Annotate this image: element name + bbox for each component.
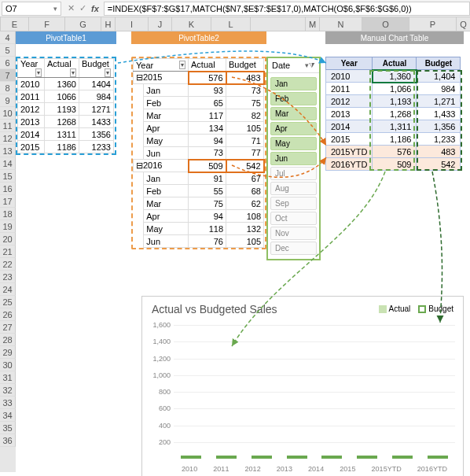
row-headers: 4567891011121314151617181920212223242526… [0, 31, 16, 472]
row-header-12[interactable]: 12 [0, 132, 16, 145]
slicer-item-aug[interactable]: Aug [270, 182, 317, 195]
col-header-O[interactable]: O [362, 17, 409, 31]
col-header-G[interactable]: G [65, 17, 101, 31]
manual-band: Manual Chart Table [325, 31, 464, 44]
date-slicer[interactable]: Date ▾⧩ JanFebMarAprMayJunJulAugSepOctNo… [266, 57, 321, 260]
row-header-26[interactable]: 26 [0, 308, 16, 321]
col-header-Q[interactable]: Q [457, 17, 470, 31]
row-header-25[interactable]: 25 [0, 296, 16, 308]
fx-icon[interactable]: fx [91, 4, 99, 13]
col-header-J[interactable]: J [149, 17, 172, 31]
col-header-P[interactable]: P [409, 17, 457, 31]
slicer-item-jan[interactable]: Jan [270, 77, 317, 90]
col-header-F[interactable]: F [29, 17, 65, 31]
row-header-28[interactable]: 28 [0, 334, 16, 346]
row-header-16[interactable]: 16 [0, 183, 16, 195]
col-header-I[interactable]: I [116, 17, 149, 31]
row-header-36[interactable]: 36 [0, 434, 16, 447]
row-header-33[interactable]: 33 [0, 397, 16, 409]
slicer-item-sep[interactable]: Sep [270, 197, 317, 210]
row-header-21[interactable]: 21 [0, 245, 16, 258]
row-header-30[interactable]: 30 [0, 359, 16, 371]
row-header-18[interactable]: 18 [0, 208, 16, 220]
col-header-H[interactable]: H [101, 17, 116, 31]
formula-icons: ✕ ✓ fx [63, 3, 104, 13]
row-header-24[interactable]: 24 [0, 283, 16, 296]
legend-budget: Budget [418, 304, 453, 313]
chart-plot-area: 2004006008001,0001,2001,4001,600 [174, 325, 455, 459]
filter-icon[interactable]: ▾⧩ [305, 61, 315, 70]
slicer-item-oct[interactable]: Oct [270, 212, 317, 225]
slicer-item-feb[interactable]: Feb [270, 92, 317, 105]
row-header-4[interactable]: 4 [0, 31, 16, 44]
col-header-[interactable] [251, 17, 306, 31]
manual-chart-table: YearActualBudget20101,3601,40420111,0669… [325, 57, 461, 171]
pivottable2: Year▾ActualBudget⊟2015576483Jan9373Feb65… [131, 57, 266, 249]
pivot2-band: PivotTable2 [131, 31, 266, 44]
slicer-item-jul[interactable]: Jul [270, 167, 317, 180]
accept-icon[interactable]: ✓ [79, 3, 86, 13]
cancel-icon[interactable]: ✕ [68, 3, 75, 13]
col-header-L[interactable]: L [211, 17, 251, 31]
row-header-35[interactable]: 35 [0, 422, 16, 434]
row-header-11[interactable]: 11 [0, 120, 16, 132]
row-header-27[interactable]: 27 [0, 321, 16, 334]
row-header-15[interactable]: 15 [0, 170, 16, 183]
row-header-32[interactable]: 32 [0, 384, 16, 397]
row-header-17[interactable]: 17 [0, 195, 16, 208]
row-header-6[interactable]: 6 [0, 57, 16, 69]
cells-area[interactable]: PivotTable1 PivotTable2 Manual Chart Tab… [16, 31, 470, 472]
slicer-item-apr[interactable]: Apr [270, 122, 317, 135]
row-header-9[interactable]: 9 [0, 94, 16, 107]
formula-text: =INDEX($F$7:$G$17,MATCH($N7,$E$7:$E$17,0… [108, 4, 412, 13]
row-header-29[interactable]: 29 [0, 346, 16, 359]
chart-x-labels: 2010201120122013201420152015YTD2016YTD [174, 465, 455, 473]
col-header-N[interactable]: N [320, 17, 362, 31]
row-header-8[interactable]: 8 [0, 82, 16, 94]
row-header-31[interactable]: 31 [0, 371, 16, 384]
pivot1-band: PivotTable1 [16, 31, 116, 44]
name-box[interactable]: O7 ▾ [2, 2, 61, 16]
row-header-22[interactable]: 22 [0, 258, 16, 271]
column-headers: EFGHIJKL MNOPQ [0, 17, 470, 31]
row-header-34[interactable]: 34 [0, 409, 16, 422]
col-header-E[interactable]: E [1, 17, 29, 31]
slicer-title: Date [272, 61, 290, 70]
row-header-20[interactable]: 20 [0, 233, 16, 245]
col-header-M[interactable]: M [306, 17, 320, 31]
legend-actual: Actual [379, 304, 411, 313]
formula-bar: O7 ▾ ✕ ✓ fx =INDEX($F$7:$G$17,MATCH($N7,… [0, 0, 470, 17]
slicer-item-may[interactable]: May [270, 137, 317, 150]
row-header-23[interactable]: 23 [0, 271, 16, 283]
pivottable1: Year▾Actual▾Budget▾201013601404201110669… [16, 57, 116, 155]
row-header-13[interactable]: 13 [0, 145, 16, 157]
slicer-item-nov[interactable]: Nov [270, 227, 317, 240]
chart-legend: Actual Budget [379, 304, 454, 313]
row-header-19[interactable]: 19 [0, 220, 16, 233]
slicer-item-dec[interactable]: Dec [270, 242, 317, 255]
chart[interactable]: Actual vs Budgeted Sales Actual Budget 2… [141, 296, 464, 476]
row-header-10[interactable]: 10 [0, 107, 16, 120]
row-header-5[interactable]: 5 [0, 44, 16, 57]
slicer-item-jun[interactable]: Jun [270, 152, 317, 165]
formula-input[interactable]: =INDEX($F$7:$G$17,MATCH($N7,$E$7:$E$17,0… [104, 2, 470, 16]
name-box-value: O7 [6, 4, 17, 13]
col-header-K[interactable]: K [172, 17, 211, 31]
grid: 4567891011121314151617181920212223242526… [0, 31, 470, 472]
slicer-item-mar[interactable]: Mar [270, 107, 317, 120]
row-header-7[interactable]: 7 [0, 69, 16, 82]
chevron-down-icon[interactable]: ▾ [53, 5, 57, 13]
row-header-14[interactable]: 14 [0, 157, 16, 170]
